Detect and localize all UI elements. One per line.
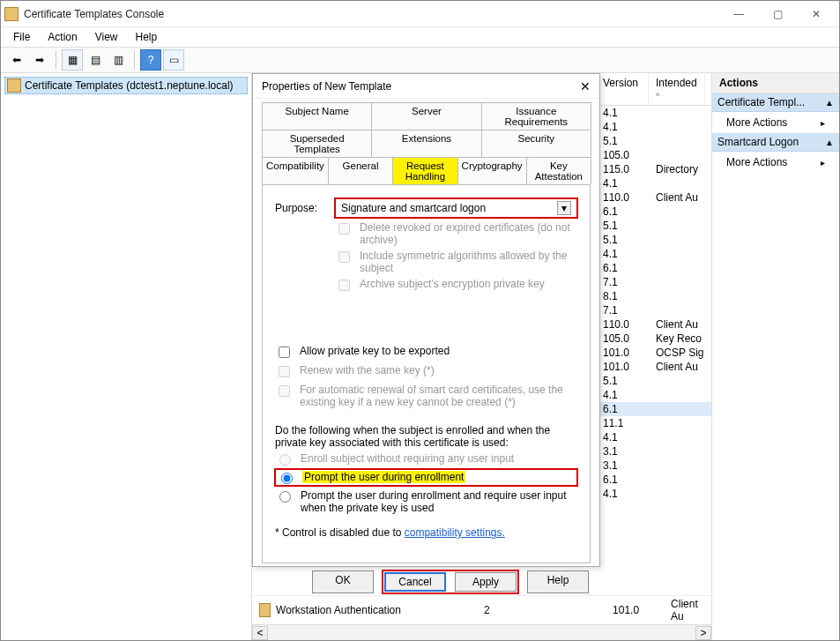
menu-help[interactable]: Help	[129, 29, 165, 45]
actions-header: Actions	[712, 73, 839, 93]
radio-prompt-require[interactable]: Prompt the user during enrollment and re…	[275, 489, 577, 514]
help-button[interactable]: Help	[527, 570, 589, 593]
folder-icon	[7, 78, 21, 93]
cell-intended	[656, 135, 711, 147]
cell-intended	[656, 276, 711, 288]
body: Certificate Templates (dctest1.neptune.l…	[1, 73, 839, 640]
cell-version: 4.1	[603, 121, 656, 133]
cell-intended	[656, 488, 711, 500]
cell-version: 5.1	[603, 135, 656, 147]
cell-version: 4.1	[603, 177, 656, 190]
properties-icon[interactable]: ▭	[163, 49, 184, 71]
tab-issuance[interactable]: Issuance Requirements	[481, 102, 591, 130]
cell-version: 105.0	[603, 332, 656, 345]
cell-version: 6.1	[603, 205, 656, 218]
scroll-left-icon[interactable]: <	[252, 626, 268, 640]
tab-security[interactable]: Security	[481, 130, 591, 157]
toolbar: ⬅ ➡ ▦ ▤ ▥ ? ▭	[1, 47, 839, 73]
radio-no-input-btn	[279, 454, 291, 466]
cell-version: 6.1	[603, 473, 656, 486]
cell-version: 5.1	[603, 234, 656, 246]
radio-prompt-require-btn[interactable]	[279, 491, 291, 503]
cell-version: 5.1	[603, 220, 656, 232]
cell-intended	[656, 234, 711, 246]
export-icon[interactable]: ▥	[108, 49, 129, 71]
grid-icon[interactable]: ▦	[62, 49, 83, 71]
apply-button[interactable]: Apply	[455, 572, 517, 592]
actions-band-smartcard-label: Smartcard Logon	[717, 136, 799, 148]
allow-export[interactable]: Allow private key to be exported	[275, 345, 577, 361]
cell-version: 110.0	[603, 318, 656, 331]
purpose-value: Signature and smartcard logon	[341, 202, 486, 214]
tab-extensions[interactable]: Extensions	[371, 130, 481, 157]
tab-key-attestation[interactable]: Key Attestation	[526, 157, 591, 184]
close-button[interactable]: ✕	[797, 2, 836, 26]
scroll-track[interactable]	[268, 626, 695, 640]
menu-view[interactable]: View	[88, 29, 125, 45]
list-pane: Properties of New Template ✕ Subject Nam…	[252, 73, 711, 640]
cell-version: 101.0	[603, 361, 656, 373]
cell-version: 4.1	[603, 248, 656, 260]
tree-root[interactable]: Certificate Templates (dctest1.neptune.l…	[4, 77, 248, 94]
ok-button[interactable]: OK	[312, 570, 374, 593]
chevron-down-icon: ▾	[557, 201, 571, 215]
cell-version: 4.1	[603, 431, 656, 443]
compat-note-text: * Control is disabled due to	[275, 526, 405, 539]
radio-prompt-btn[interactable]	[281, 473, 293, 484]
opt-include-symmetric-chk	[338, 251, 350, 263]
purpose-label: Purpose:	[275, 202, 328, 214]
tab-compatibility[interactable]: Compatibility	[262, 157, 329, 184]
menu-action[interactable]: Action	[41, 29, 84, 45]
more-actions-templates[interactable]: More Actions▸	[712, 112, 839, 133]
scroll-right-icon[interactable]: >	[695, 626, 711, 640]
minimize-button[interactable]: —	[719, 2, 758, 26]
purpose-select[interactable]: Signature and smartcard logon ▾	[335, 198, 577, 218]
h-scrollbar[interactable]: < >	[252, 624, 711, 640]
back-icon[interactable]: ⬅	[6, 49, 27, 71]
cell-intended	[656, 375, 711, 387]
compat-settings-link[interactable]: compatibility settings.	[405, 526, 505, 539]
forward-icon[interactable]: ➡	[29, 49, 50, 71]
actions-band-templates[interactable]: Certificate Templ...▲	[712, 93, 839, 112]
col-version-label: Version	[603, 77, 638, 89]
tab-server[interactable]: Server	[371, 102, 481, 130]
tab-general[interactable]: General	[328, 157, 393, 184]
help-icon[interactable]: ?	[140, 49, 161, 71]
cell-version: 3.1	[603, 445, 656, 458]
tab-request-handling[interactable]: Request Handling	[392, 157, 457, 184]
maximize-button[interactable]: ▢	[758, 2, 797, 26]
col-version[interactable]: Version	[596, 73, 649, 105]
radio-prompt[interactable]: Prompt the user during enrollment	[275, 469, 577, 486]
allow-export-chk[interactable]	[279, 347, 290, 358]
cell-intended	[656, 220, 711, 232]
opt-delete-revoked-label: Delete revoked or expired certificates (…	[360, 221, 577, 246]
more-actions-smartcard[interactable]: More Actions▸	[712, 152, 839, 173]
actions-pane: Actions Certificate Templ...▲ More Actio…	[711, 73, 839, 640]
actions-band-smartcard[interactable]: Smartcard Logon▲	[712, 133, 839, 152]
cell-intended: Key Reco	[656, 332, 711, 345]
sort-asc-icon: ^	[656, 92, 659, 101]
tab-subject-name[interactable]: Subject Name	[262, 102, 372, 130]
footer-version: 101.0	[613, 604, 665, 616]
cell-version: 8.1	[603, 290, 656, 302]
window-title: Certificate Templates Console	[24, 8, 719, 20]
cell-intended	[656, 473, 711, 486]
dialog-close-icon[interactable]: ✕	[580, 79, 591, 93]
menubar: File Action View Help	[1, 27, 839, 47]
cancel-button[interactable]: Cancel	[384, 572, 446, 592]
separator	[56, 51, 56, 69]
tree-pane: Certificate Templates (dctest1.neptune.l…	[1, 73, 252, 640]
tab-cryptography[interactable]: Cryptography	[457, 157, 527, 184]
opt-include-symmetric-label: Include symmetric algorithms allowed by …	[360, 250, 577, 274]
list-icon[interactable]: ▤	[85, 49, 106, 71]
cell-intended: OCSP Sig	[656, 347, 711, 359]
tab-superseded[interactable]: Superseded Templates	[262, 130, 372, 157]
chevron-right-icon: ▸	[821, 158, 825, 168]
cell-version: 101.0	[603, 347, 656, 359]
col-intended[interactable]: Intended ^	[649, 73, 705, 105]
compat-note: * Control is disabled due to compatibili…	[275, 526, 577, 539]
menu-file[interactable]: File	[6, 29, 37, 45]
cell-intended	[656, 304, 711, 317]
cell-intended: Client Au	[656, 318, 711, 331]
cell-version: 4.1	[603, 107, 656, 119]
